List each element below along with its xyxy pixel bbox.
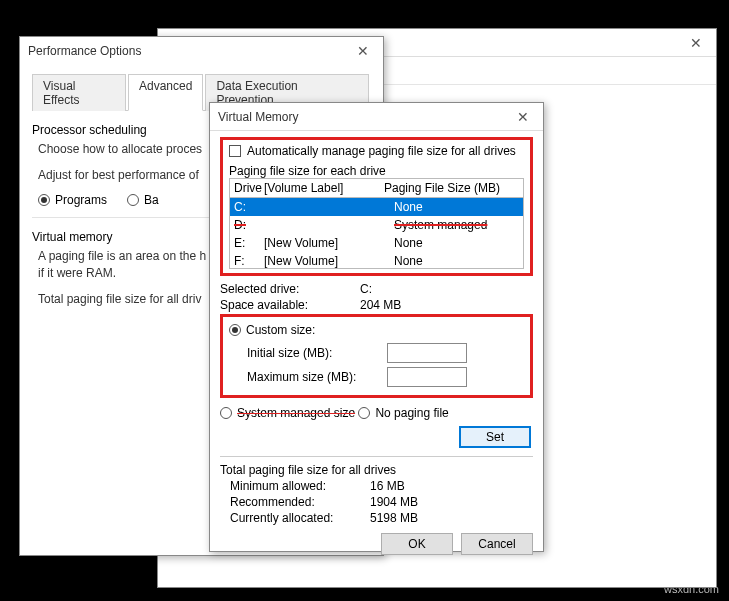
maximum-size-label: Maximum size (MB): xyxy=(247,370,387,384)
selected-drive-label: Selected drive: xyxy=(220,282,360,296)
radio-programs[interactable]: Programs xyxy=(38,193,107,207)
drive-row[interactable]: E:[New Volume]None xyxy=(230,234,523,252)
col-volume: [Volume Label] xyxy=(264,181,384,195)
drive-size: None xyxy=(394,200,519,214)
drive-size: None xyxy=(394,236,519,250)
close-icon[interactable]: ✕ xyxy=(684,35,708,51)
virtual-memory-dialog: Virtual Memory ✕ Automatically manage pa… xyxy=(209,102,544,552)
perf-title: Performance Options xyxy=(28,44,141,58)
radio-icon xyxy=(229,324,241,336)
col-drive: Drive xyxy=(234,181,264,195)
radio-icon xyxy=(358,407,370,419)
drive-list-header: Drive [Volume Label] Paging File Size (M… xyxy=(229,178,524,197)
col-size: Paging File Size (MB) xyxy=(384,181,519,195)
radio-icon xyxy=(127,194,139,206)
currently-allocated-label: Currently allocated: xyxy=(230,511,370,525)
custom-size-label: Custom size: xyxy=(246,323,315,337)
vm-titlebar[interactable]: Virtual Memory ✕ xyxy=(210,103,543,131)
drive-row[interactable]: D:System managed xyxy=(230,216,523,234)
auto-manage-checkbox[interactable]: Automatically manage paging file size fo… xyxy=(229,144,516,158)
drive-letter: E: xyxy=(234,236,264,250)
radio-system-managed[interactable]: System managed size xyxy=(220,406,355,420)
drive-list[interactable]: C:NoneD:System managedE:[New Volume]None… xyxy=(229,197,524,269)
tab-advanced[interactable]: Advanced xyxy=(128,74,203,111)
close-icon[interactable]: ✕ xyxy=(351,43,375,59)
totals-heading: Total paging file size for all drives xyxy=(220,463,533,477)
vm-cancel-button[interactable]: Cancel xyxy=(461,533,533,555)
drive-row[interactable]: F:[New Volume]None xyxy=(230,252,523,269)
drive-volume xyxy=(264,200,394,214)
currently-allocated-value: 5198 MB xyxy=(370,511,533,525)
drive-size: System managed xyxy=(394,218,519,232)
radio-icon xyxy=(220,407,232,419)
radio-icon xyxy=(38,194,50,206)
maximum-size-input[interactable] xyxy=(387,367,467,387)
perf-titlebar[interactable]: Performance Options ✕ xyxy=(20,37,383,65)
auto-manage-label: Automatically manage paging file size fo… xyxy=(247,144,516,158)
vm-title: Virtual Memory xyxy=(218,110,298,124)
min-allowed-value: 16 MB xyxy=(370,479,533,493)
drive-size: None xyxy=(394,254,519,268)
divider xyxy=(220,456,533,457)
drive-volume xyxy=(264,218,394,232)
min-allowed-label: Minimum allowed: xyxy=(230,479,370,493)
space-available-label: Space available: xyxy=(220,298,360,312)
drive-letter: F: xyxy=(234,254,264,268)
radio-programs-label: Programs xyxy=(55,193,107,207)
space-available-value: 204 MB xyxy=(360,298,533,312)
highlight-custom-size: Custom size: Initial size (MB): Maximum … xyxy=(220,314,533,398)
radio-no-paging[interactable]: No paging file xyxy=(358,406,448,420)
selected-drive-value: C: xyxy=(360,282,533,296)
radio-background[interactable]: Ba xyxy=(127,193,159,207)
drive-row[interactable]: C:None xyxy=(230,198,523,216)
highlight-top: Automatically manage paging file size fo… xyxy=(220,137,533,276)
initial-size-label: Initial size (MB): xyxy=(247,346,387,360)
drive-volume: [New Volume] xyxy=(264,254,394,268)
set-button[interactable]: Set xyxy=(459,426,531,448)
close-icon[interactable]: ✕ xyxy=(511,109,535,125)
radio-custom-size[interactable]: Custom size: xyxy=(229,323,315,337)
vm-ok-button[interactable]: OK xyxy=(381,533,453,555)
recommended-label: Recommended: xyxy=(230,495,370,509)
recommended-value: 1904 MB xyxy=(370,495,533,509)
radio-background-label: Ba xyxy=(144,193,159,207)
drive-letter: C: xyxy=(234,200,264,214)
system-managed-label: System managed size xyxy=(237,406,355,420)
checkbox-icon xyxy=(229,145,241,157)
paging-section-label: Paging file size for each drive xyxy=(229,164,524,178)
drive-letter: D: xyxy=(234,218,264,232)
drive-volume: [New Volume] xyxy=(264,236,394,250)
initial-size-input[interactable] xyxy=(387,343,467,363)
no-paging-label: No paging file xyxy=(375,406,448,420)
tab-visual-effects[interactable]: Visual Effects xyxy=(32,74,126,111)
